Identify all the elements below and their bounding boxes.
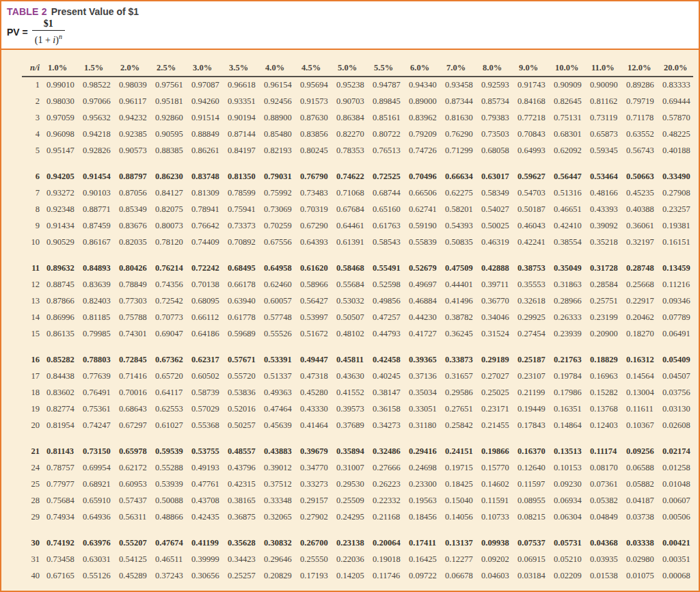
pv-factor-cell: 0.11174 <box>584 444 621 460</box>
pv-factor-cell: 0.66112 <box>186 310 222 326</box>
pv-factor-cell: 0.06304 <box>548 509 584 526</box>
pv-factor-cell: 0.28966 <box>548 293 584 310</box>
pv-factor-cell: 0.37689 <box>331 418 367 434</box>
pv-factor-cell: 0.25751 <box>584 293 621 310</box>
table-row: 80.923480.887710.853490.820750.789410.75… <box>22 202 693 218</box>
pv-factor-cell: 0.56743 <box>621 143 657 159</box>
pv-factor-cell: 0.61778 <box>222 310 258 326</box>
pv-factor-cell: 0.70259 <box>258 218 295 234</box>
pv-factor-cell: 0.89286 <box>621 77 657 94</box>
pv-factor-cell: 0.29157 <box>295 493 331 509</box>
pv-factor-cell: 0.16312 <box>621 352 657 368</box>
group-spacer <box>22 251 693 260</box>
pv-factor-cell: 0.80426 <box>113 260 150 277</box>
pv-factor-cell: 0.93272 <box>41 185 77 202</box>
pv-factor-cell: 0.42888 <box>476 260 512 277</box>
period-cell: 24 <box>22 460 41 476</box>
pv-factor-cell: 0.44401 <box>440 277 476 293</box>
pv-factor-cell: 0.87144 <box>222 126 258 143</box>
pv-factor-cell: 0.63031 <box>77 552 113 568</box>
pv-factor-cell: 0.15282 <box>584 385 621 401</box>
pv-factor-cell: 0.31863 <box>548 277 584 293</box>
pv-factor-cell: 0.47761 <box>186 476 222 493</box>
table-row: 50.951470.928260.905730.883850.862610.84… <box>22 143 693 159</box>
pv-factor-cell: 0.28748 <box>621 260 657 277</box>
pv-factor-cell: 0.49856 <box>367 293 403 310</box>
pv-factor-cell: 0.53464 <box>584 169 621 185</box>
pv-factor-cell: 0.74301 <box>113 326 150 342</box>
pv-factor-cell: 0.80722 <box>367 126 403 143</box>
table-row: 210.811430.731500.659780.595390.537550.4… <box>22 444 693 460</box>
pv-factor-cell: 0.20064 <box>367 535 403 552</box>
pv-factor-cell: 0.42435 <box>186 509 222 526</box>
pv-factor-cell: 0.83676 <box>113 218 150 234</box>
pv-factor-cell: 0.91434 <box>41 218 77 234</box>
pv-factor-cell: 0.08215 <box>512 509 548 526</box>
column-header: 4.0% <box>258 61 295 77</box>
pv-factor-cell: 0.22917 <box>621 293 657 310</box>
table-row: 60.942050.914540.887970.862300.837480.81… <box>22 169 693 185</box>
pv-factor-cell: 0.93351 <box>222 94 258 110</box>
pv-factor-cell: 0.48866 <box>150 509 186 526</box>
pv-factor-cell: 0.81162 <box>584 94 621 110</box>
pv-factor-cell: 0.92593 <box>476 77 512 94</box>
pv-factor-cell: 0.60502 <box>186 368 222 385</box>
pv-factor-cell: 0.78599 <box>222 185 258 202</box>
pv-factor-cell: 0.04849 <box>584 509 621 526</box>
pv-factor-cell: 0.95632 <box>77 110 113 126</box>
pv-factor-cell: 0.32486 <box>367 444 403 460</box>
pv-factor-cell: 0.59689 <box>222 326 258 342</box>
table-row: 310.734580.630310.541250.465110.399990.3… <box>22 552 693 568</box>
pv-factor-cell: 0.00068 <box>657 568 693 584</box>
column-header: 5.0% <box>331 61 367 77</box>
pv-factor-cell: 0.18829 <box>584 352 621 368</box>
pv-factor-cell: 0.24295 <box>331 509 367 526</box>
pv-factor-cell: 0.55526 <box>258 326 295 342</box>
pv-factor-cell: 0.21199 <box>512 385 548 401</box>
pv-factor-cell: 0.19715 <box>440 460 476 476</box>
pv-factor-cell: 0.93458 <box>440 77 476 94</box>
pv-factor-cell: 0.53939 <box>150 476 186 493</box>
pv-factor-cell: 0.71178 <box>621 110 657 126</box>
table-row: 30.970590.956320.942320.928600.915140.90… <box>22 110 693 126</box>
pv-factor-cell: 0.02174 <box>657 444 693 460</box>
table-row: 70.932720.901030.870560.841270.813090.78… <box>22 185 693 202</box>
pv-factor-cell: 0.38782 <box>440 310 476 326</box>
pv-factor-cell: 0.78757 <box>41 460 77 476</box>
pv-factor-cell: 0.64186 <box>186 326 222 342</box>
pv-factor-cell: 0.75131 <box>548 110 584 126</box>
pv-factor-cell: 0.70843 <box>512 126 548 143</box>
pv-factor-cell: 0.12640 <box>512 460 548 476</box>
table-row: 170.844380.776390.714160.657200.605020.5… <box>22 368 693 385</box>
pv-factor-cell: 0.86167 <box>77 234 113 251</box>
pv-factor-cell: 0.29416 <box>403 444 440 460</box>
pv-factor-cell: 0.36245 <box>440 326 476 342</box>
table-row: 90.914340.874590.836760.800730.766420.73… <box>22 218 693 234</box>
pv-factor-cell: 0.51316 <box>548 185 584 202</box>
pv-factor-cell: 0.69047 <box>150 326 186 342</box>
pv-factor-cell: 0.37512 <box>258 476 295 493</box>
pv-factor-cell: 0.58201 <box>440 202 476 218</box>
pv-factor-cell: 0.49363 <box>258 385 295 401</box>
pv-factor-cell: 0.81185 <box>77 310 113 326</box>
pv-factor-cell: 0.65873 <box>584 126 621 143</box>
column-header: 7.0% <box>440 61 476 77</box>
pv-factor-cell: 0.72542 <box>150 293 186 310</box>
table-row: 200.819540.742470.672970.610270.553680.5… <box>22 418 693 434</box>
pv-factor-cell: 0.64461 <box>331 218 367 234</box>
pv-factor-cell: 0.50088 <box>150 493 186 509</box>
pv-factor-cell: 0.55368 <box>186 418 222 434</box>
pv-factor-cell: 0.09938 <box>476 535 512 552</box>
column-header: 5.5% <box>367 61 403 77</box>
pv-factor-cell: 0.62092 <box>548 143 584 159</box>
pv-factor-cell: 0.03935 <box>584 552 621 568</box>
pv-factor-cell: 0.50025 <box>476 218 512 234</box>
pv-table-page: TABLE 2Present Value of $1 PV = $1 (1 + … <box>0 0 700 592</box>
pv-factor-cell: 0.34770 <box>295 460 331 476</box>
pv-factor-cell: 0.53836 <box>222 385 258 401</box>
pv-factor-cell: 0.72845 <box>113 352 150 368</box>
pv-factor-cell: 0.25509 <box>331 493 367 509</box>
pv-factor-cell: 0.60953 <box>113 476 150 493</box>
table-header: TABLE 2Present Value of $1 PV = $1 (1 + … <box>1 1 699 50</box>
pv-factor-cell: 0.39679 <box>295 444 331 460</box>
